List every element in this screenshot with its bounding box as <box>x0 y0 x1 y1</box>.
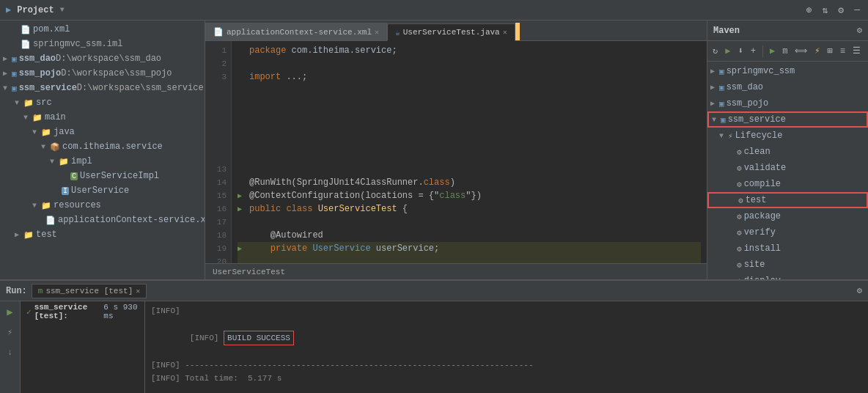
tree-item-user-service[interactable]: I UserService <box>0 183 205 198</box>
tree-item-iml[interactable]: 📄 springmvc_ssm.iml <box>0 37 205 51</box>
download-icon[interactable]: ⬇ <box>735 45 745 57</box>
maven-item-display[interactable]: ⚙ display <box>707 273 868 279</box>
maven-label: verify <box>744 227 776 238</box>
tree-item-app-ctx-xml[interactable]: 📄 applicationContext-service.xml <box>0 213 205 227</box>
tree-item-src[interactable]: ▼ 📁 src <box>0 95 205 110</box>
code-line: @Autowired <box>238 229 701 242</box>
maven-header: Maven ⚙ <box>707 21 868 41</box>
maven-panel: Maven ⚙ ↻ ▶ ⬇ + ▶ m ⟺ ⚡ ⊞ ≡ ☰ ▶ ▣ spring… <box>707 21 868 279</box>
maven-item-install[interactable]: ⚙ install <box>707 240 868 257</box>
top-bar-title: Project <box>17 5 54 15</box>
lightning-icon[interactable]: ⚡ <box>812 45 822 57</box>
code-line <box>238 216 701 229</box>
tree-item-java[interactable]: ▼ 📁 java <box>0 125 205 139</box>
code-line <box>238 163 701 176</box>
tree-item-impl[interactable]: ▼ 📁 impl <box>0 154 205 169</box>
tree-item-pom[interactable]: 📄 pom.xml <box>0 22 205 37</box>
run-sidebar-icon-1[interactable]: ⚡ <box>3 325 18 339</box>
toggle-icon[interactable]: ⟺ <box>792 45 809 57</box>
tree-item-user-service-impl[interactable]: C UserServiceImpl <box>0 169 205 183</box>
minimize-icon[interactable]: — <box>852 4 862 17</box>
maven-settings-icon[interactable]: ⚙ <box>857 25 862 36</box>
tree-arrow: ▶ <box>710 67 719 76</box>
tree-arrow: ▼ <box>23 114 31 122</box>
run-left: ✓ ssm_service [test]: 6 s 930 ms <box>21 301 145 393</box>
maven-item-compile[interactable]: ⚙ compile <box>707 176 868 192</box>
run-icon[interactable]: ▶ <box>768 45 777 57</box>
run-sidebar-icon-2[interactable]: ↓ <box>3 345 18 360</box>
new-file-icon[interactable]: ⊕ <box>804 4 814 17</box>
run-log[interactable]: [INFO] [INFO] BUILD SUCCESS [INFO] -----… <box>145 301 868 393</box>
tree-item-ssm-dao[interactable]: ▶ ▣ ssm_dao D:\workspace\ssm_dao <box>0 51 205 66</box>
run-arrow: ▶ <box>238 245 242 253</box>
folder-icon: 📁 <box>32 113 43 122</box>
tree-item-package[interactable]: ▼ 📦 com.itheima.service <box>0 139 205 154</box>
maven-item-validate[interactable]: ⚙ validate <box>707 160 868 176</box>
lifecycle-icon: ⚡ <box>728 131 733 141</box>
run-tab-ssm-service[interactable]: m ssm_service [test] ✕ <box>32 284 147 298</box>
maven-item-clean[interactable]: ⚙ clean <box>707 144 868 160</box>
tree-arrow: ▼ <box>41 143 48 151</box>
maven-item-ssm-pojo[interactable]: ▶ ▣ ssm_pojo <box>707 95 868 111</box>
run-tab-close[interactable]: ✕ <box>136 287 140 295</box>
list-icon[interactable]: ≡ <box>838 45 847 57</box>
m-icon[interactable]: m <box>780 45 790 57</box>
tree-label-iml: springmvc_ssm.iml <box>33 39 122 49</box>
tab-java[interactable]: ☕ UserServiceTest.java ✕ <box>387 23 515 41</box>
run-item: ✓ ssm_service [test]: 6 s 930 ms <box>26 304 139 319</box>
run-maven-icon[interactable]: ▶ <box>723 45 732 57</box>
maven-item-springmvc-ssm[interactable]: ▶ ▣ springmvc_ssm <box>707 63 868 79</box>
tab-xml[interactable]: 📄 applicationContext-service.xml ✕ <box>205 23 387 40</box>
editor-tabs: 📄 applicationContext-service.xml ✕ ☕ Use… <box>205 21 707 41</box>
run-settings-icon[interactable]: ⚙ <box>857 285 862 296</box>
editor-bottom-tab: UserServiceTest <box>205 263 707 279</box>
line-numbers: 1 2 3 13 14 15 16 17 18 19 20 21 22 23 <box>205 41 232 263</box>
project-icon: ▶ <box>6 4 11 15</box>
gear-icon: ⚙ <box>737 164 742 173</box>
maven-item-lifecycle[interactable]: ▼ ⚡ Lifecycle <box>707 128 868 144</box>
maven-item-ssm-dao[interactable]: ▶ ▣ ssm_dao <box>707 79 868 95</box>
run-sidebar: ▶ ⚡ ↓ <box>0 301 21 393</box>
tree-item-test[interactable]: ▶ 📁 test <box>0 227 205 242</box>
run-play-button[interactable]: ▶ <box>3 304 18 319</box>
code-line: ▶ private UserService userService; <box>238 242 701 255</box>
tree-label-pom: pom.xml <box>33 24 70 34</box>
code-line: @RunWith(SpringJUnit4ClassRunner.class) <box>238 176 701 189</box>
bottom-tab-label: UserServiceTest <box>213 268 285 276</box>
tree-label-ssm-dao-path: D:\workspace\ssm_dao <box>56 54 161 64</box>
menu-icon[interactable]: ☰ <box>850 45 863 57</box>
main-area: 📄 pom.xml 📄 springmvc_ssm.iml ▶ ▣ ssm_da… <box>0 21 868 279</box>
sort-icon[interactable]: ⇅ <box>820 4 831 17</box>
add-icon[interactable]: + <box>749 45 758 57</box>
dropdown-arrow[interactable]: ▼ <box>60 6 65 14</box>
maven-item-ssm-service[interactable]: ▼ ▣ ssm_service <box>707 111 868 128</box>
refresh-icon[interactable]: ↻ <box>710 45 720 57</box>
tab-xml-close[interactable]: ✕ <box>375 28 379 37</box>
maven-item-verify[interactable]: ⚙ verify <box>707 224 868 240</box>
grid-icon[interactable]: ⊞ <box>825 45 835 57</box>
gutter: ▶ <box>238 242 249 256</box>
maven-item-test[interactable]: ⚙ test <box>707 192 868 208</box>
tree-item-ssm-service[interactable]: ▼ ▣ ssm_service D:\workspace\ssm_service <box>0 81 205 95</box>
tree-label-test: test <box>36 229 57 240</box>
maven-label: compile <box>744 179 781 189</box>
tree-arrow: ▼ <box>719 132 728 140</box>
module-icon: ▣ <box>719 99 724 109</box>
code-editor[interactable]: package com.itheima.service; import ...; <box>232 41 707 263</box>
tree-item-resources[interactable]: ▼ 📁 resources <box>0 198 205 213</box>
tree-label-resources: resources <box>54 200 101 210</box>
code-line <box>238 97 701 110</box>
run-arrow: ▶ <box>238 192 242 200</box>
tree-arrow: ▼ <box>3 84 10 92</box>
tree-item-main[interactable]: ▼ 📁 main <box>0 110 205 125</box>
tab-java-close[interactable]: ✕ <box>503 28 507 37</box>
project-tree: 📄 pom.xml 📄 springmvc_ssm.iml ▶ ▣ ssm_da… <box>0 21 205 279</box>
module-icon: ▣ <box>721 115 726 125</box>
code-line <box>238 150 701 163</box>
tree-item-ssm-pojo[interactable]: ▶ ▣ ssm_pojo D:\workspace\ssm_pojo <box>0 66 205 81</box>
maven-item-site[interactable]: ⚙ site <box>707 257 868 273</box>
folder-icon: 📁 <box>23 230 34 240</box>
maven-item-package[interactable]: ⚙ package <box>707 208 868 224</box>
settings-icon[interactable]: ⚙ <box>836 4 846 17</box>
maven-label: test <box>746 195 767 205</box>
